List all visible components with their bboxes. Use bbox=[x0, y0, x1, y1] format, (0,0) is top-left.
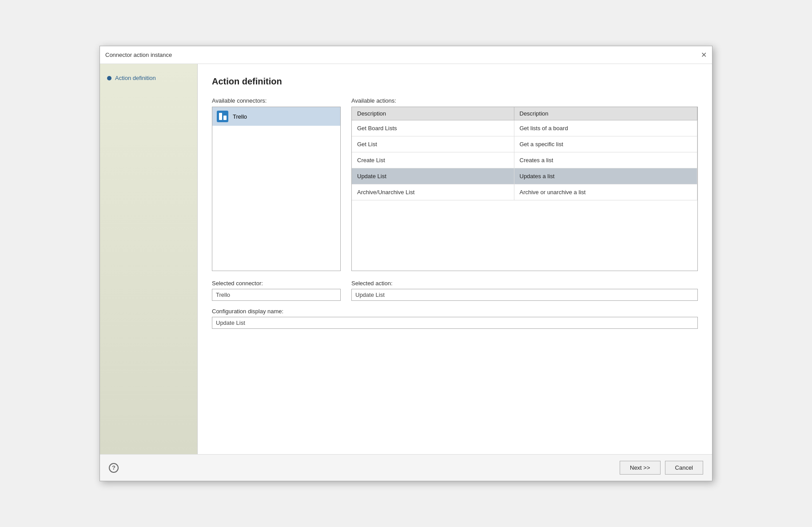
dialog-footer: ? Next >> Cancel bbox=[100, 454, 712, 481]
title-bar: Connector action instance ✕ bbox=[100, 46, 712, 64]
table-row[interactable]: Archive/Unarchive List Archive or unarch… bbox=[352, 184, 697, 200]
actions-column: Available actions: Description Descripti… bbox=[351, 97, 698, 271]
action-name: Get Board Lists bbox=[352, 120, 514, 136]
next-button[interactable]: Next >> bbox=[620, 461, 661, 475]
action-description: Updates a list bbox=[514, 168, 697, 184]
close-button[interactable]: ✕ bbox=[701, 52, 707, 59]
action-description: Archive or unarchive a list bbox=[514, 184, 697, 200]
connector-item-trello[interactable]: Trello bbox=[212, 107, 340, 126]
config-display-name-label: Configuration display name: bbox=[212, 308, 698, 315]
connectors-label: Available connectors: bbox=[212, 97, 341, 104]
table-row-selected[interactable]: Update List Updates a list bbox=[352, 168, 697, 184]
action-name: Update List bbox=[352, 168, 514, 184]
selected-connector-label: Selected connector: bbox=[212, 280, 341, 287]
connector-name: Trello bbox=[233, 113, 247, 120]
trello-icon bbox=[217, 111, 228, 122]
config-display-name-group: Configuration display name: bbox=[212, 308, 698, 329]
connectors-column: Available connectors: Trello bbox=[212, 97, 341, 271]
footer-left: ? bbox=[109, 463, 119, 473]
action-name: Get List bbox=[352, 136, 514, 152]
sidebar: Action definition bbox=[100, 64, 198, 454]
action-description: Creates a list bbox=[514, 152, 697, 168]
trello-bar-tall bbox=[219, 113, 222, 120]
dialog: Connector action instance ✕ Action defin… bbox=[100, 46, 712, 481]
actions-table: Description Description Get Board Lists … bbox=[352, 107, 697, 200]
config-display-name-input[interactable] bbox=[212, 317, 698, 329]
connector-list[interactable]: Trello bbox=[212, 107, 341, 271]
selected-fields-row: Selected connector: Selected action: bbox=[212, 280, 698, 301]
action-description: Get lists of a board bbox=[514, 120, 697, 136]
footer-right: Next >> Cancel bbox=[620, 461, 703, 475]
selected-connector-input[interactable] bbox=[212, 289, 341, 301]
dialog-title: Connector action instance bbox=[105, 52, 172, 58]
sidebar-item-action-definition[interactable]: Action definition bbox=[107, 73, 190, 83]
actions-tbody: Get Board Lists Get lists of a board Get… bbox=[352, 120, 697, 200]
action-name: Create List bbox=[352, 152, 514, 168]
trello-bar-short bbox=[223, 116, 227, 120]
dialog-body: Action definition Action definition Avai… bbox=[100, 64, 712, 454]
help-icon[interactable]: ? bbox=[109, 463, 119, 473]
cancel-button[interactable]: Cancel bbox=[665, 461, 703, 475]
action-description: Get a specific list bbox=[514, 136, 697, 152]
selected-action-group: Selected action: bbox=[351, 280, 698, 301]
table-row[interactable]: Create List Creates a list bbox=[352, 152, 697, 168]
selected-action-label: Selected action: bbox=[351, 280, 698, 287]
selected-action-input[interactable] bbox=[351, 289, 698, 301]
sidebar-item-label: Action definition bbox=[115, 75, 156, 81]
table-row[interactable]: Get Board Lists Get lists of a board bbox=[352, 120, 697, 136]
section-title: Action definition bbox=[212, 76, 698, 87]
actions-header-row: Description Description bbox=[352, 107, 697, 120]
action-name: Archive/Unarchive List bbox=[352, 184, 514, 200]
main-content: Action definition Available connectors: bbox=[198, 64, 712, 454]
two-col-section: Available connectors: Trello bbox=[212, 97, 698, 271]
col-header-name: Description bbox=[352, 107, 514, 120]
table-row[interactable]: Get List Get a specific list bbox=[352, 136, 697, 152]
sidebar-dot-icon bbox=[107, 76, 111, 80]
selected-connector-group: Selected connector: bbox=[212, 280, 341, 301]
actions-table-wrapper[interactable]: Description Description Get Board Lists … bbox=[351, 107, 698, 271]
trello-inner bbox=[219, 113, 227, 120]
col-header-description: Description bbox=[514, 107, 697, 120]
actions-label: Available actions: bbox=[351, 97, 698, 104]
